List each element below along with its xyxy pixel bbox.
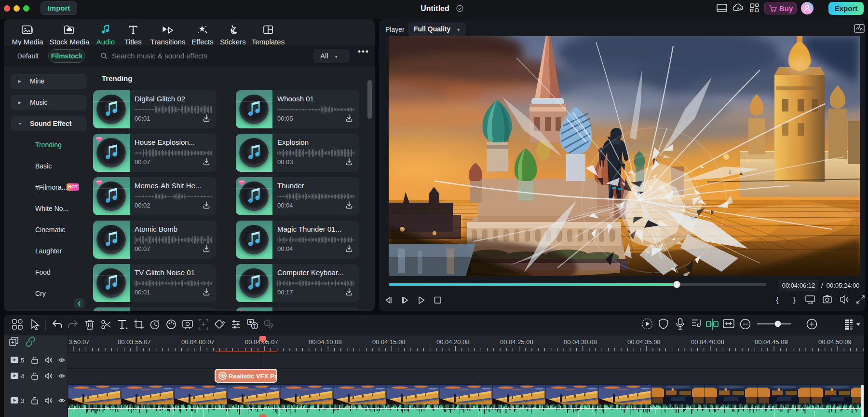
svg-text:T: T <box>253 324 256 329</box>
svg-text:{: { <box>776 295 779 305</box>
svg-text:}: } <box>793 295 796 305</box>
svg-text:4: 4 <box>21 373 24 380</box>
svg-text:5: 5 <box>21 357 24 364</box>
svg-text:3: 3 <box>21 397 24 404</box>
